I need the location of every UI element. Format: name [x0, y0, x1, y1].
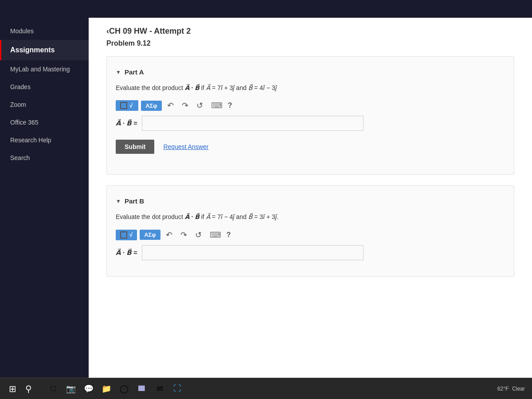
- sidebar-item-mylab[interactable]: MyLab and Mastering: [0, 60, 89, 78]
- part-a-action-row: Submit Request Answer: [116, 140, 505, 154]
- part-b-undo-button[interactable]: ↶: [163, 229, 175, 241]
- part-b-section: ▼ Part B Evaluate the dot product A⃗ · B…: [106, 185, 514, 276]
- sidebar-item-zoom[interactable]: Zoom: [0, 96, 89, 113]
- content-area: ‹CH 09 HW - Attempt 2 Problem 9.12 ▼ Par…: [89, 18, 532, 378]
- taskbar-camera-icon[interactable]: 📷: [64, 382, 78, 396]
- part-a-request-answer-button[interactable]: Request Answer: [163, 143, 208, 150]
- sidebar-item-modules[interactable]: Modules: [0, 22, 89, 40]
- part-b-arrow: ▼: [116, 198, 121, 204]
- part-a-refresh-button[interactable]: ↺: [194, 100, 206, 111]
- taskbar-grid-icon[interactable]: ⯀: [135, 382, 149, 396]
- taskbar-desktop-icon[interactable]: □: [46, 382, 60, 396]
- sidebar-item-office365[interactable]: Office 365: [0, 113, 89, 131]
- taskbar-right: 62°F Clear: [497, 386, 525, 392]
- part-b-help-icon[interactable]: ?: [227, 231, 231, 239]
- part-a-redo-button[interactable]: ↷: [179, 100, 191, 111]
- part-a-greek-button[interactable]: ΑΣφ: [141, 101, 162, 111]
- taskbar-circle-icon[interactable]: ◯: [117, 382, 131, 396]
- part-b-answer-input[interactable]: [142, 245, 364, 260]
- part-a-header[interactable]: ▼ Part A: [116, 68, 505, 76]
- part-a-label: Part A: [125, 68, 144, 76]
- part-a-answer-input[interactable]: [142, 116, 364, 131]
- taskbar-browser-icon[interactable]: ⛶: [170, 382, 184, 396]
- checkbox-icon: [120, 102, 127, 109]
- taskbar-app-icons: □ 📷 💬 📁 ◯ ⯀ ✉ ⛶: [46, 382, 184, 396]
- windows-start-icon[interactable]: ⊞: [7, 382, 18, 396]
- part-a-sqrt-button[interactable]: √: [116, 100, 138, 111]
- taskbar-search-icon[interactable]: ⚲: [23, 382, 34, 396]
- part-a-answer-label: A⃗ · B⃗ =: [116, 119, 137, 127]
- sidebar-item-assignments[interactable]: Assignments: [0, 40, 89, 60]
- part-a-help-icon[interactable]: ?: [228, 102, 232, 110]
- taskbar-files-icon[interactable]: 📁: [99, 382, 113, 396]
- taskbar-mail-icon[interactable]: ✉: [153, 382, 167, 396]
- part-b-description: Evaluate the dot product A⃗ · B⃗ if A⃗ =…: [116, 212, 505, 222]
- sidebar-item-research[interactable]: Research Help: [0, 131, 89, 149]
- part-a-arrow: ▼: [116, 69, 121, 75]
- part-a-undo-button[interactable]: ↶: [164, 100, 176, 111]
- part-a-description: Evaluate the dot product A⃗ · B⃗ if A⃗ =…: [116, 83, 505, 93]
- part-a-submit-button[interactable]: Submit: [116, 140, 154, 154]
- part-b-checkbox-icon: [120, 231, 127, 239]
- part-a-answer-row: A⃗ · B⃗ =: [116, 116, 505, 131]
- part-b-greek-button[interactable]: ΑΣφ: [140, 230, 160, 240]
- part-b-answer-label: A⃗ · B⃗ =: [116, 249, 137, 257]
- part-a-toolbar: √ ΑΣφ ↶ ↷ ↺ ⌨ ?: [116, 100, 505, 111]
- part-b-redo-button[interactable]: ↷: [178, 229, 190, 241]
- sidebar: Modules Assignments MyLab and Mastering …: [0, 18, 89, 378]
- main-area: Modules Assignments MyLab and Mastering …: [0, 18, 532, 378]
- problem-title: Problem 9.12: [106, 39, 514, 47]
- top-bar: [0, 0, 532, 18]
- taskbar: ⊞ ⚲ □ 📷 💬 📁 ◯ ⯀ ✉ ⛶ 62°F Clear: [0, 378, 532, 399]
- sidebar-item-search[interactable]: Search: [0, 149, 89, 167]
- hw-title: ‹CH 09 HW - Attempt 2: [106, 27, 514, 36]
- part-b-header[interactable]: ▼ Part B: [116, 197, 505, 205]
- part-a-keyboard-button[interactable]: ⌨: [208, 100, 225, 111]
- part-b-keyboard-button[interactable]: ⌨: [207, 229, 224, 241]
- taskbar-left: ⊞ ⚲ □ 📷 💬 📁 ◯ ⯀ ✉ ⛶: [7, 382, 184, 396]
- part-b-refresh-button[interactable]: ↺: [192, 229, 204, 241]
- taskbar-temperature: 62°F: [497, 386, 509, 392]
- part-b-toolbar: √ ΑΣφ ↶ ↷ ↺ ⌨ ?: [116, 229, 505, 241]
- part-b-sqrt-icon: √: [129, 231, 133, 238]
- taskbar-chat-icon[interactable]: 💬: [82, 382, 96, 396]
- part-b-sqrt-button[interactable]: √: [116, 230, 137, 240]
- part-b-label: Part B: [125, 197, 144, 205]
- sidebar-item-grades[interactable]: Grades: [0, 78, 89, 96]
- sqrt-icon: √: [129, 102, 133, 109]
- part-b-box: ▼ Part B Evaluate the dot product A⃗ · B…: [106, 185, 514, 276]
- part-a-box: ▼ Part A Evaluate the dot product A⃗ · B…: [106, 56, 514, 175]
- part-b-answer-row: A⃗ · B⃗ =: [116, 245, 505, 260]
- taskbar-weather-label: Clear: [512, 386, 525, 392]
